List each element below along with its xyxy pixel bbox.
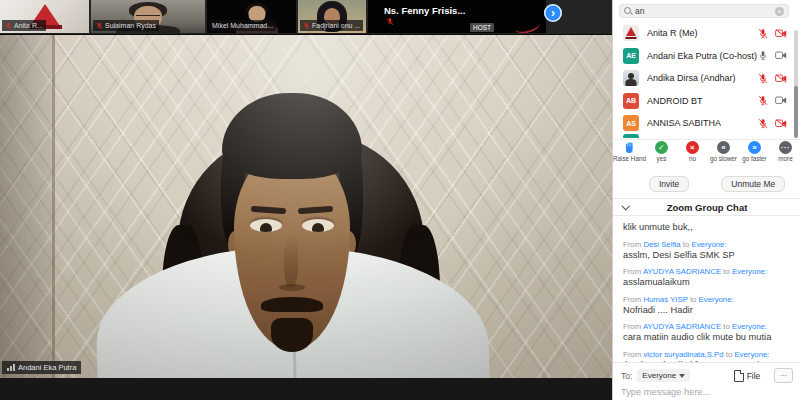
no-button[interactable]: × no — [677, 141, 708, 171]
video-off-icon — [775, 119, 787, 128]
avatar — [623, 25, 639, 41]
zoom-meeting-window: Anita R... Sulaiman Rydas Mikel Muhammad… — [0, 0, 800, 400]
x-icon: × — [686, 141, 699, 154]
raise-hand-button[interactable]: Raise Hand — [613, 141, 646, 171]
file-icon — [734, 370, 744, 382]
meeting-area: Anita R... Sulaiman Rydas Mikel Muhammad… — [0, 0, 612, 400]
nonverbal-feedback-bar: Raise Hand ✓ yes × no « go slower » go f… — [613, 141, 800, 171]
main-speaker-video: Andani Eka Putra — [0, 35, 612, 378]
participant-name: Anita R... — [14, 21, 43, 30]
host-badge: HOST — [470, 23, 494, 32]
participant-search-input[interactable]: an × — [619, 4, 789, 18]
participant-name: Mikel Muhammad... — [212, 21, 273, 30]
chevron-down-icon — [679, 374, 685, 378]
chat-message: From Humas YISP to Everyone: Nofriadi ..… — [623, 295, 791, 317]
participant-name: Ns. Fenny Frisis... — [384, 5, 465, 16]
go-faster-button[interactable]: » go faster — [739, 141, 770, 171]
participant-nametag: Mikel Muhammad... — [209, 20, 276, 31]
mic-muted-icon — [758, 28, 768, 39]
gallery-next-page-button[interactable]: › — [544, 4, 562, 22]
participant-nametag: Fadjriani onu ... — [300, 20, 363, 31]
mic-on-icon — [758, 50, 768, 61]
avatar: AS — [623, 115, 639, 131]
chat-more-button[interactable]: ... — [774, 368, 793, 383]
letterbox-bar — [0, 378, 612, 400]
mic-muted-icon — [758, 118, 768, 129]
participant-row[interactable]: Anita R (Me) — [613, 22, 800, 45]
chat-footer: To: Everyone File ... — [613, 362, 800, 400]
speaker-name: Andani Eka Putra — [18, 363, 76, 372]
participant-nametag: Anita R... — [2, 20, 46, 31]
rewind-icon: « — [717, 141, 730, 154]
file-button[interactable]: File — [728, 369, 767, 383]
chat-message: From Desi Selfia to Everyone: asslm, Des… — [623, 240, 791, 262]
video-tile-host[interactable]: Ns. Fenny Frisis... HOST — [368, 0, 546, 33]
chat-message: klik unmute buk,, — [623, 216, 791, 234]
mic-muted-icon — [758, 73, 768, 84]
participant-nametag: Sulaiman Rydas — [93, 20, 159, 31]
chat-message: From AYUDYA SADRIANCE to Everyone: assla… — [623, 267, 791, 289]
participant-row[interactable]: AB ANDROID BT — [613, 90, 800, 113]
video-tile[interactable]: Fadjriani onu ... — [298, 0, 366, 33]
participant-actions: Invite Unmute Me — [613, 174, 800, 194]
mic-muted-icon — [758, 95, 768, 106]
more-reactions-button[interactable]: ··· more — [770, 141, 800, 171]
video-tile[interactable]: Anita R... — [0, 0, 89, 33]
participant-row[interactable]: Andika Dirsa (Andhar) — [613, 67, 800, 90]
more-icon: ··· — [779, 141, 792, 154]
mic-muted-icon — [96, 22, 103, 30]
signal-bars-icon — [7, 364, 15, 371]
clear-icon[interactable]: × — [775, 7, 784, 16]
chat-message-input[interactable] — [621, 387, 793, 397]
chat-title: Zoom Group Chat — [613, 202, 800, 213]
gallery-strip: Anita R... Sulaiman Rydas Mikel Muhammad… — [0, 0, 612, 35]
recipient-dropdown[interactable]: Everyone — [637, 369, 690, 382]
participant-list: Anita R (Me) AE Andani Eka Putra (Co-hos… — [613, 22, 800, 138]
avatar: AE — [623, 48, 639, 64]
search-value: an — [635, 6, 772, 16]
go-slower-button[interactable]: « go slower — [708, 141, 739, 171]
unmute-me-button[interactable]: Unmute Me — [721, 176, 785, 192]
search-icon — [624, 7, 632, 15]
participant-row[interactable]: AE Andani Eka Putra (Co-host) — [613, 45, 800, 68]
video-on-icon — [775, 51, 787, 60]
forward-icon: » — [748, 141, 761, 154]
video-off-icon — [775, 74, 787, 83]
participant-list-scrollbar[interactable] — [794, 30, 798, 92]
to-label: To: — [621, 371, 632, 381]
clipped-message-header — [623, 216, 791, 220]
chat-scrollbar[interactable] — [794, 86, 798, 138]
participant-name: Fadjriani onu ... — [312, 21, 360, 30]
speaker-name-label: Andani Eka Putra — [2, 361, 81, 374]
mic-muted-icon — [303, 22, 310, 30]
yes-button[interactable]: ✓ yes — [646, 141, 677, 171]
participant-row[interactable]: AS ANNISA SABITHA — [613, 112, 800, 135]
mic-muted-icon — [386, 17, 394, 26]
avatar — [623, 70, 639, 86]
check-icon: ✓ — [655, 141, 668, 154]
chat-message-list[interactable]: klik unmute buk,, From Desi Selfia to Ev… — [613, 216, 800, 362]
participant-name: Sulaiman Rydas — [105, 21, 156, 30]
video-tile[interactable]: Sulaiman Rydas — [91, 0, 205, 33]
invite-button[interactable]: Invite — [649, 176, 689, 192]
raise-hand-icon — [623, 141, 636, 154]
participants-chat-panel: an × Anita R (Me) AE Andani Eka Putra (C… — [612, 0, 800, 400]
avatar: AB — [623, 93, 639, 109]
chat-message: From AYUDYA SADRIANCE to Everyone: cara … — [623, 322, 791, 344]
video-off-icon — [775, 29, 787, 38]
video-on-icon — [775, 96, 787, 105]
mic-muted-icon — [5, 22, 12, 30]
chat-header[interactable]: Zoom Group Chat — [613, 198, 800, 216]
video-tile[interactable]: Mikel Muhammad... — [207, 0, 296, 33]
avatar — [623, 134, 639, 138]
decoration — [513, 15, 542, 33]
chat-message: From victor suryadinata,S.Pd to Everyone… — [623, 350, 791, 363]
